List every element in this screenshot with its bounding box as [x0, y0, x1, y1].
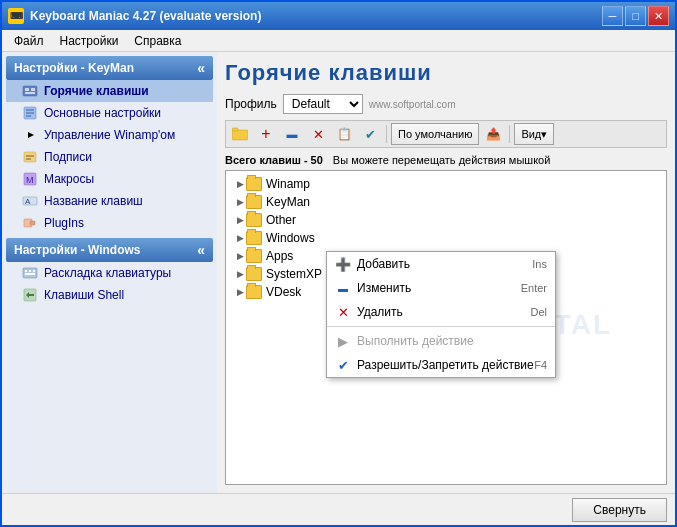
- svg-rect-25: [232, 130, 248, 140]
- ctx-add-label: Добавить: [357, 257, 410, 271]
- status-hint: Вы можете перемещать действия мышкой: [333, 154, 551, 166]
- menu-settings[interactable]: Настройки: [52, 32, 127, 50]
- svg-rect-2: [31, 88, 35, 91]
- toolbar-check-btn[interactable]: ✔: [358, 123, 382, 145]
- sidebar-item-signatures[interactable]: Подписи: [6, 146, 213, 168]
- svg-rect-3: [25, 92, 35, 94]
- sidebar-item-basic-settings[interactable]: Основные настройки: [6, 102, 213, 124]
- key-names-icon: A: [22, 193, 38, 209]
- winamp-icon: [22, 127, 38, 143]
- tree-area[interactable]: SOFTPORTAL ▶ Winamp ▶ KeyMan ▶ Other: [225, 170, 667, 485]
- folder-icon-keyman: [246, 195, 262, 209]
- sidebar-item-keyboard-layout-label: Раскладка клавиатуры: [44, 266, 171, 280]
- toolbar: + ▬ ✕ 📋 ✔ По умолчанию 📤 Вид▾: [225, 120, 667, 148]
- keyboard-layout-icon: [22, 265, 38, 281]
- sidebar-item-key-names-label: Название клавиш: [44, 194, 143, 208]
- svg-rect-18: [30, 221, 35, 225]
- toolbar-copy-btn[interactable]: 📋: [332, 123, 356, 145]
- ctx-item-toggle[interactable]: ✔ Разрешить/Запретить действие F4: [327, 353, 555, 377]
- svg-text:M: M: [26, 175, 34, 185]
- ctx-execute-label: Выполнить действие: [357, 334, 474, 348]
- ctx-separator-1: [327, 326, 555, 327]
- svg-rect-22: [33, 270, 35, 272]
- sidebar-item-key-names[interactable]: A Название клавиш: [6, 190, 213, 212]
- svg-rect-21: [29, 270, 31, 272]
- bottom-bar: Свернуть: [2, 493, 675, 525]
- ctx-delete-shortcut: Del: [530, 306, 547, 318]
- sidebar-item-signatures-label: Подписи: [44, 150, 92, 164]
- toolbar-delete-btn[interactable]: ✕: [306, 123, 330, 145]
- sidebar-item-plugins[interactable]: PlugIns: [6, 212, 213, 234]
- sidebar-item-basic-settings-label: Основные настройки: [44, 106, 161, 120]
- folder-icon-apps: [246, 249, 262, 263]
- macros-icon: M: [22, 171, 38, 187]
- toolbar-folder-btn[interactable]: [228, 123, 252, 145]
- right-panel: Горячие клавиши Профиль Default www.soft…: [217, 52, 675, 493]
- sidebar-group-keyman-header[interactable]: Настройки - KeyMan «: [6, 56, 213, 80]
- edit-icon: ▬: [335, 280, 351, 296]
- signatures-icon: [22, 149, 38, 165]
- svg-rect-10: [24, 152, 36, 162]
- sidebar-item-hotkeys-label: Горячие клавиши: [44, 84, 149, 98]
- sidebar-group-keyman-label: Настройки - KeyMan: [14, 61, 134, 75]
- toolbar-default-btn[interactable]: По умолчанию: [391, 123, 479, 145]
- status-bar: Всего клавиш - 50 Вы можете перемещать д…: [225, 154, 667, 166]
- ctx-item-add[interactable]: ➕ Добавить Ins: [327, 252, 555, 276]
- ctx-item-edit[interactable]: ▬ Изменить Enter: [327, 276, 555, 300]
- toolbar-edit-btn[interactable]: ▬: [280, 123, 304, 145]
- toolbar-separator-1: [386, 125, 387, 143]
- maximize-button[interactable]: □: [625, 6, 646, 26]
- sidebar-item-shell-keys[interactable]: Клавиши Shell: [6, 284, 213, 306]
- arrow-icon: ▶: [234, 178, 246, 190]
- svg-rect-20: [25, 270, 27, 272]
- main-content: Настройки - KeyMan « Горячие клавиши: [2, 52, 675, 493]
- sidebar-group-windows-header[interactable]: Настройки - Windows «: [6, 238, 213, 262]
- delete-icon: ✕: [335, 304, 351, 320]
- ctx-item-delete[interactable]: ✕ Удалить Del: [327, 300, 555, 324]
- svg-text:A: A: [25, 197, 31, 206]
- sidebar-item-keyboard-layout[interactable]: Раскладка клавиатуры: [6, 262, 213, 284]
- tree-item-other[interactable]: ▶ Other: [230, 211, 662, 229]
- folder-icon-systemxp: [246, 267, 262, 281]
- close-button[interactable]: ✕: [648, 6, 669, 26]
- arrow-icon-4: ▶: [234, 232, 246, 244]
- sidebar-item-winamp[interactable]: Управление Winamp'ом: [6, 124, 213, 146]
- arrow-icon-6: ▶: [234, 268, 246, 280]
- arrow-icon-5: ▶: [234, 250, 246, 262]
- sidebar-item-shell-keys-label: Клавиши Shell: [44, 288, 124, 302]
- minimize-button[interactable]: ─: [602, 6, 623, 26]
- tree-item-winamp-label: Winamp: [266, 177, 310, 191]
- toolbar-separator-2: [509, 125, 510, 143]
- folder-icon: [232, 127, 248, 141]
- folder-icon-windows: [246, 231, 262, 245]
- menu-file[interactable]: Файл: [6, 32, 52, 50]
- tree-item-windows[interactable]: ▶ Windows: [230, 229, 662, 247]
- plugins-icon: [22, 215, 38, 231]
- menu-help[interactable]: Справка: [126, 32, 189, 50]
- sidebar-group-windows: Настройки - Windows « Раскладка клавиату…: [6, 238, 213, 306]
- ctx-edit-shortcut: Enter: [521, 282, 547, 294]
- sidebar-item-hotkeys[interactable]: Горячие клавиши: [6, 80, 213, 102]
- toolbar-add-btn[interactable]: +: [254, 123, 278, 145]
- tree-item-winamp[interactable]: ▶ Winamp: [230, 175, 662, 193]
- arrow-icon-3: ▶: [234, 214, 246, 226]
- ctx-toggle-shortcut: F4: [534, 359, 547, 371]
- app-icon: ⌨: [8, 8, 24, 24]
- tree-item-apps-label: Apps: [266, 249, 293, 263]
- collapse-icon-2: «: [197, 242, 205, 258]
- tree-item-keyman[interactable]: ▶ KeyMan: [230, 193, 662, 211]
- hotkeys-icon: [22, 83, 38, 99]
- profile-select[interactable]: Default: [283, 94, 363, 114]
- tree-item-vdesk-label: VDesk: [266, 285, 301, 299]
- main-window: ⌨ Keyboard Maniac 4.27 (evaluate version…: [0, 0, 677, 527]
- collapse-icon: «: [197, 60, 205, 76]
- toolbar-view-btn[interactable]: Вид▾: [514, 123, 554, 145]
- tree-item-windows-label: Windows: [266, 231, 315, 245]
- sidebar-group-keyman: Настройки - KeyMan « Горячие клавиши: [6, 56, 213, 234]
- profile-label: Профиль: [225, 97, 277, 111]
- minimize-to-tray-button[interactable]: Свернуть: [572, 498, 667, 522]
- watermark-text: www.softportal.com: [369, 99, 456, 110]
- toolbar-export-btn[interactable]: 📤: [481, 123, 505, 145]
- sidebar-item-macros[interactable]: M Макросы: [6, 168, 213, 190]
- folder-icon-vdesk: [246, 285, 262, 299]
